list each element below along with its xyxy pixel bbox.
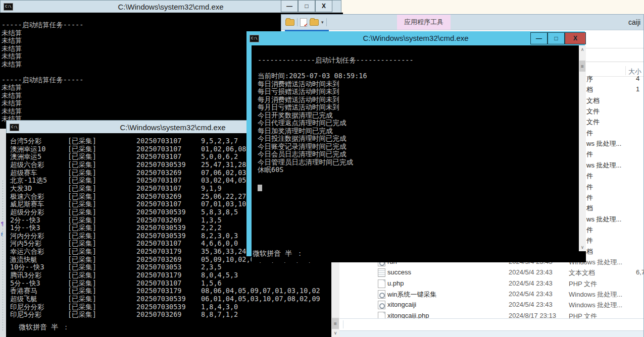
ime-status: 微软拼音 半 ： xyxy=(253,249,304,258)
window-controls: — □ X xyxy=(530,32,586,44)
collect-row: 10分--快3[已采集]202507030532,3,5 xyxy=(6,263,339,271)
console-line: 当前时间:2025-07-03 08:59:16 xyxy=(258,72,586,80)
file-date: 2024/5/4 23:43 xyxy=(509,279,553,287)
file-type-fragment: 件 xyxy=(586,150,593,159)
draw-numbers: 4,6,6,0,0 xyxy=(201,240,238,248)
period-number: 20250703269 xyxy=(136,216,181,224)
quick-access-toolbar: ▾ xyxy=(285,18,327,27)
period-number: 20250703269 xyxy=(136,256,181,264)
console-line: 今日投注数据清理时间已完成 xyxy=(258,135,586,143)
file-type-fragment: ws 批处理... xyxy=(586,161,621,170)
explorer-window-title: caiji xyxy=(628,18,640,26)
mini-file-icon: f xyxy=(1,232,3,237)
lottery-name: 北京-11选5 xyxy=(10,177,47,185)
file-type-fragment: 件 xyxy=(586,226,593,235)
collect-status: [已采集] xyxy=(68,240,96,248)
properties-check-icon[interactable] xyxy=(300,18,307,27)
draw-numbers: 8,8,7,1,2 xyxy=(201,311,238,319)
explorer-titlebar[interactable]: ▾ xyxy=(281,15,643,30)
collect-status: [已采集] xyxy=(68,263,96,271)
period-number: 202507030539 xyxy=(136,303,186,311)
collect-row: 香港赛马[已采集]2025070317908,06,04,05,09,07,01… xyxy=(6,287,339,295)
period-number: 202507030539 xyxy=(136,295,186,303)
lottery-name: 澳洲幸运5 xyxy=(10,153,41,161)
file-name: win系统一键采集 xyxy=(387,290,437,299)
file-type-fragment: 件 xyxy=(586,236,593,245)
desktop: ¶ f C:\ C:\Windows\system32\cmd.exe — □ … xyxy=(0,0,644,337)
draw-numbers: 1,3,5 xyxy=(201,216,222,224)
draw-numbers: 08,06,04,05,09,07,01,03,10,02 xyxy=(201,287,320,295)
scrollbar-thumb[interactable]: ≡ xyxy=(579,61,585,72)
collect-status: [已采集] xyxy=(68,311,96,319)
collect-status: [已采集] xyxy=(68,232,96,240)
lottery-name: 极速六合彩 xyxy=(10,193,44,201)
file-type-fragment: 档 xyxy=(586,204,593,213)
folder-icon[interactable] xyxy=(285,19,294,26)
collect-status: [已采集] xyxy=(68,169,96,177)
period-number: 20250703107 xyxy=(136,153,181,161)
file-type: Windows 批处理... xyxy=(569,301,622,310)
file-date: 2024/5/4 23:43 xyxy=(509,268,553,276)
close-button[interactable]: X xyxy=(565,32,586,44)
file-date: 2024/5/4 23:43 xyxy=(509,301,553,308)
dotted-divider xyxy=(3,181,3,332)
file-size: 6,7 xyxy=(636,268,644,276)
lottery-name: 香港赛马 xyxy=(10,287,37,295)
period-number: 20250703179 xyxy=(136,287,181,295)
console-line: 每月日亏赠送活动时间未到 xyxy=(258,103,586,111)
file-name: u.php xyxy=(387,279,404,287)
file-type-fragment: ws 批处理... xyxy=(586,215,621,224)
collect-row: 超级飞艇[已采集]20250703053906,01,04,05,03,10,0… xyxy=(6,295,339,303)
window-controls: — □ X xyxy=(281,0,332,12)
chevron-down-icon[interactable]: ▾ xyxy=(321,20,324,25)
period-number: 20250703269 xyxy=(136,193,181,201)
collect-status: [已采集] xyxy=(68,256,96,264)
draw-numbers: 06,01,04,05,03,10,07,08,02,09 xyxy=(201,295,320,303)
console-line: 每日消费赠送活动时间未到 xyxy=(258,80,586,88)
folder-icon[interactable] xyxy=(310,19,319,26)
collect-status: [已采集] xyxy=(68,216,96,224)
draw-numbers: 35,36,33,24 xyxy=(201,248,246,256)
period-number: 20250703107 xyxy=(136,137,181,145)
period-number: 20250703269 xyxy=(136,311,181,319)
console-line: 今日开奖数据清理已完成 xyxy=(258,111,586,120)
minimize-button[interactable]: — xyxy=(530,32,548,44)
file-size-fragment: 4 xyxy=(636,75,639,82)
lottery-name: 1分--快3 xyxy=(10,224,40,232)
scroll-down-icon[interactable]: ∨ xyxy=(579,243,586,251)
console-line: --------------启动计划任务-------------- xyxy=(258,57,586,65)
close-button[interactable]: X xyxy=(315,0,332,12)
draw-numbers: 07,01,03,10 xyxy=(201,200,246,208)
period-number: 20250703053 xyxy=(136,263,181,271)
period-number: 20250703179 xyxy=(136,248,181,256)
collect-status: [已采集] xyxy=(68,295,96,303)
collect-status: [已采集] xyxy=(68,271,96,279)
console-line: 今日会员日志清理时间已完成 xyxy=(258,150,586,158)
console-line: 每日加奖清理时间已完成 xyxy=(258,127,586,135)
scroll-up-icon[interactable]: ∧ xyxy=(579,45,586,53)
minimize-button[interactable]: — xyxy=(281,0,298,12)
file-type-fragment: 件 xyxy=(586,129,593,138)
console-cursor xyxy=(258,185,262,191)
collect-status: [已采集] xyxy=(68,279,96,288)
scroll-down-icon[interactable]: ∨ xyxy=(331,329,339,337)
collect-status: [已采集] xyxy=(68,303,96,311)
separator xyxy=(326,18,327,26)
tab-application-tools[interactable]: 应用程序工具 xyxy=(397,15,451,30)
cmd-window-scheduled-tasks: C:\ C:\Windows\system32\cmd.exe — □ X 微软… xyxy=(246,31,585,256)
scrollbar[interactable]: ∧ ≡ ∨ xyxy=(579,45,586,251)
period-number: 20250703107 xyxy=(136,185,181,193)
console-line: 今日代理返点清理时间已完成 xyxy=(258,119,586,127)
draw-numbers: 5,0,0,6,2 xyxy=(201,153,238,161)
file-type-fragment: 档 xyxy=(586,247,593,256)
period-number: 20250703107 xyxy=(136,279,181,288)
draw-numbers: 25,47,31,28 xyxy=(201,161,246,169)
scrollbar-thumb[interactable]: ≡ xyxy=(332,318,339,329)
maximize-button[interactable]: □ xyxy=(298,0,315,12)
console-line xyxy=(258,65,586,73)
draw-numbers: 1,5,6 xyxy=(201,279,222,288)
lottery-name: 印尼5分彩 xyxy=(10,311,41,319)
lottery-name: 幸运六合彩 xyxy=(10,248,44,256)
collect-status: [已采集] xyxy=(68,193,96,201)
maximize-button[interactable]: □ xyxy=(548,32,565,44)
